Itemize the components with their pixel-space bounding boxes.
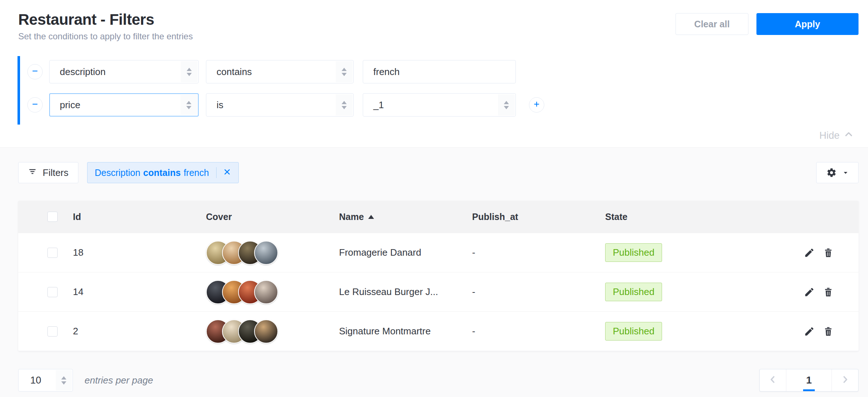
gear-icon xyxy=(826,168,837,178)
cell-publish-at: - xyxy=(472,286,605,298)
cell-publish-at: - xyxy=(472,326,605,337)
cell-name: Le Ruisseau Burger J... xyxy=(339,286,472,298)
edit-button[interactable] xyxy=(804,287,815,298)
active-filter-chip: Description contains french xyxy=(87,162,239,183)
list-toolbar: Filters Description contains french xyxy=(18,162,859,183)
column-header-cover[interactable]: Cover xyxy=(206,212,339,222)
state-badge: Published xyxy=(605,322,662,341)
chip-divider xyxy=(216,167,217,178)
filter-operator-value: contains xyxy=(217,66,252,78)
minus-icon xyxy=(31,67,39,76)
cover-images xyxy=(206,241,339,265)
minus-icon xyxy=(31,101,39,109)
header-actions: Clear all Apply xyxy=(676,13,859,35)
remove-filter-button[interactable] xyxy=(27,97,43,113)
state-badge: Published xyxy=(605,283,662,301)
filters-toggle-button[interactable]: Filters xyxy=(18,162,78,183)
current-page-indicator xyxy=(803,389,815,391)
page-number-button[interactable]: 1 xyxy=(786,369,832,391)
chevron-right-icon xyxy=(840,375,850,386)
edit-button[interactable] xyxy=(804,247,815,258)
filter-operator-select[interactable]: is xyxy=(206,93,354,117)
state-badge: Published xyxy=(605,243,662,262)
remove-filter-button[interactable] xyxy=(27,64,43,79)
filter-row: description contains french xyxy=(27,60,868,83)
cover-avatar xyxy=(254,280,278,304)
select-arrows-icon xyxy=(181,61,198,82)
add-filter-button[interactable] xyxy=(529,97,544,113)
filter-operator-select[interactable]: contains xyxy=(206,60,354,83)
close-icon xyxy=(223,168,231,178)
filter-row: price is _1 xyxy=(27,93,868,117)
apply-button[interactable]: Apply xyxy=(756,13,859,35)
chevron-down-icon xyxy=(842,170,849,176)
page-header: Restaurant - Filters Set the conditions … xyxy=(18,11,859,42)
entries-per-page-label: entries per page xyxy=(85,375,153,386)
stepper-arrows-icon xyxy=(498,94,515,115)
column-header-id[interactable]: Id xyxy=(73,212,206,222)
delete-button[interactable] xyxy=(823,326,834,337)
select-arrows-icon xyxy=(180,95,197,115)
page-size-value: 10 xyxy=(30,375,41,386)
page-size-select[interactable]: 10 xyxy=(18,369,73,392)
cover-avatar xyxy=(254,241,278,265)
filter-operator-value: is xyxy=(217,99,223,111)
column-header-name-label: Name xyxy=(339,212,364,222)
plus-icon xyxy=(533,101,540,109)
column-header-state[interactable]: State xyxy=(605,212,780,222)
column-header-name[interactable]: Name xyxy=(339,212,472,222)
previous-page-button[interactable] xyxy=(760,369,786,391)
table-header-row: Id Cover Name Publish_at State xyxy=(18,201,859,233)
filter-field-value: price xyxy=(60,99,80,111)
row-checkbox[interactable] xyxy=(47,326,58,337)
filter-builder: description contains french price is xyxy=(17,56,868,125)
cover-avatar xyxy=(254,319,278,343)
filter-field-select[interactable]: price xyxy=(49,93,199,117)
remove-chip-button[interactable] xyxy=(223,168,231,178)
cover-images xyxy=(206,280,339,304)
cell-publish-at: - xyxy=(472,247,605,258)
chip-operator: contains xyxy=(143,168,181,178)
filter-field-value: description xyxy=(60,66,106,78)
delete-button[interactable] xyxy=(823,247,834,258)
select-arrows-icon xyxy=(336,94,353,115)
page-title: Restaurant - Filters xyxy=(18,11,193,28)
current-page-number: 1 xyxy=(806,374,812,386)
filter-value-text: french xyxy=(373,66,400,78)
row-checkbox[interactable] xyxy=(47,248,58,258)
page-title-block: Restaurant - Filters Set the conditions … xyxy=(18,11,193,42)
table-row[interactable]: 14 Le Ruisseau Burger J... - Published xyxy=(18,272,859,311)
sort-asc-icon xyxy=(368,215,374,219)
next-page-button[interactable] xyxy=(832,369,858,391)
select-arrows-icon xyxy=(336,61,353,82)
cover-images xyxy=(206,319,339,343)
edit-button[interactable] xyxy=(804,326,815,337)
cell-name: Fromagerie Danard xyxy=(339,247,472,258)
table-row[interactable]: 2 Signature Montmartre - Published xyxy=(18,311,859,351)
cell-id: 14 xyxy=(73,286,206,298)
filter-value-text: _1 xyxy=(373,99,384,111)
hide-label: Hide xyxy=(819,130,840,141)
select-all-checkbox[interactable] xyxy=(47,212,58,222)
table-row[interactable]: 18 Fromagerie Danard - Published xyxy=(18,233,859,272)
chip-field: Description xyxy=(95,168,140,178)
delete-button[interactable] xyxy=(823,287,834,298)
hide-filters-link[interactable]: Hide xyxy=(0,130,853,142)
chevron-left-icon xyxy=(768,375,778,386)
cell-name: Signature Montmartre xyxy=(339,326,472,337)
filter-field-select[interactable]: description xyxy=(49,60,199,83)
clear-all-button[interactable]: Clear all xyxy=(676,13,748,35)
row-checkbox[interactable] xyxy=(47,287,58,297)
filters-panel-section: Restaurant - Filters Set the conditions … xyxy=(0,0,868,148)
filter-value-input[interactable]: french xyxy=(363,60,516,83)
table-footer: 10 entries per page 1 xyxy=(18,369,859,392)
filters-button-label: Filters xyxy=(43,167,69,178)
filter-value-stepper[interactable]: _1 xyxy=(363,93,516,117)
chevron-up-icon xyxy=(844,130,853,142)
table-settings-dropdown[interactable] xyxy=(816,162,859,183)
page-subtitle: Set the conditions to apply to filter th… xyxy=(18,31,193,42)
column-header-publish-at[interactable]: Publish_at xyxy=(472,212,605,222)
cell-id: 18 xyxy=(73,247,206,258)
pagination: 1 xyxy=(759,369,859,392)
list-view-section: Filters Description contains french xyxy=(0,148,868,392)
